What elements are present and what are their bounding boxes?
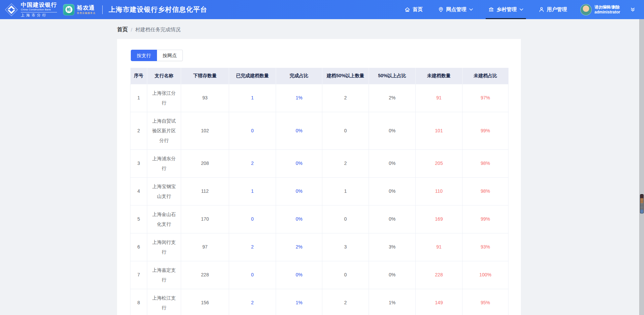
user-display-name: 请勿编辑/删除	[594, 5, 620, 10]
chevron-down-icon	[469, 8, 473, 11]
done-cell[interactable]: 2	[229, 149, 276, 177]
over50-pct-cell: 0%	[369, 205, 416, 233]
total-cell: 228	[181, 261, 229, 289]
no-cell: 1	[130, 84, 147, 112]
not-done-pct-cell[interactable]: 95%	[463, 289, 508, 315]
yunongtong-badge: 裕	[65, 6, 72, 13]
not-done-cell[interactable]: 91	[416, 233, 463, 261]
breadcrumb-separator: /	[131, 27, 132, 33]
app-header: 中国建设银行 China Construction Bank 上海市分行 裕 裕…	[0, 0, 644, 19]
branch-name-cell: 上海宝钢宝山支行	[147, 177, 181, 205]
no-cell: 2	[130, 112, 147, 149]
tab-by-branch[interactable]: 按支行	[131, 50, 157, 61]
no-cell: 5	[130, 205, 147, 233]
chevron-down-icon	[520, 8, 523, 11]
done-pct-cell[interactable]: 0%	[276, 261, 322, 289]
not-done-cell[interactable]: 169	[416, 205, 463, 233]
nav-item-user-management[interactable]: 用户管理	[539, 0, 567, 19]
yunongtong-name: 裕农通	[77, 5, 96, 11]
yunongtong-slogan: 普惠金融服务点	[77, 12, 96, 14]
column-header-1: 支行名称	[147, 68, 181, 84]
done-pct-cell[interactable]: 0%	[276, 149, 322, 177]
column-header-2: 下辖存数量	[181, 68, 229, 84]
not-done-pct-cell[interactable]: 99%	[463, 112, 508, 149]
not-done-cell[interactable]: 149	[416, 289, 463, 315]
done-cell[interactable]: 2	[229, 233, 276, 261]
over50-cell: 0	[322, 261, 369, 289]
not-done-pct-cell[interactable]: 100%	[463, 261, 508, 289]
tab-by-outlet[interactable]: 按网点	[157, 50, 183, 61]
over50-cell: 2	[322, 289, 369, 315]
total-cell: 170	[181, 205, 229, 233]
bank-branch: 上海市分行	[21, 12, 57, 17]
no-cell: 4	[130, 177, 147, 205]
total-cell: 97	[181, 233, 229, 261]
page-scrollbar[interactable]	[639, 0, 644, 315]
done-pct-cell[interactable]: 0%	[276, 177, 322, 205]
column-header-5: 建档50%以上数量	[322, 68, 369, 84]
not-done-pct-cell[interactable]: 93%	[463, 233, 508, 261]
home-icon	[405, 7, 410, 12]
over50-cell: 3	[322, 233, 369, 261]
branch-name-cell: 上海闵行支行	[147, 233, 181, 261]
done-pct-cell[interactable]: 0%	[276, 112, 322, 149]
over50-pct-cell: 2%	[369, 84, 416, 112]
not-done-pct-cell[interactable]: 98%	[463, 149, 508, 177]
not-done-cell[interactable]: 91	[416, 84, 463, 112]
breadcrumb-current: 村建档任务完成情况	[135, 27, 180, 33]
nav-item-branch-management[interactable]: 网点管理	[438, 0, 473, 19]
total-cell: 156	[181, 289, 229, 315]
not-done-cell[interactable]: 205	[416, 149, 463, 177]
branch-name-cell: 上海金山石化支行	[147, 205, 181, 233]
user-menu[interactable]: 请勿编辑/删除 administrator	[580, 4, 620, 15]
total-cell: 93	[181, 84, 229, 112]
total-cell: 112	[181, 177, 229, 205]
done-cell[interactable]: 0	[229, 205, 276, 233]
column-header-0: 序号	[130, 68, 147, 84]
table-row: 4上海宝钢宝山支行11210%10%11098%	[130, 177, 508, 205]
table-body: 1上海张江分行9311%22%9197%2上海自贸试验区新片区分行10200%0…	[130, 84, 508, 315]
done-cell[interactable]: 0	[229, 261, 276, 289]
scrollbar-thumb[interactable]	[640, 194, 644, 214]
table-row: 5上海金山石化支行17000%00%16999%	[130, 205, 508, 233]
over50-pct-cell: 0%	[369, 112, 416, 149]
table-head: 序号支行名称下辖存数量已完成建档数量完成占比建档50%以上数量50%以上占比未建…	[130, 68, 508, 84]
no-cell: 8	[130, 289, 147, 315]
column-header-4: 完成占比	[276, 68, 322, 84]
nav-item-home[interactable]: 首页	[405, 0, 423, 19]
user-username: administrator	[594, 10, 620, 15]
over50-pct-cell: 0%	[369, 149, 416, 177]
user-icon	[539, 7, 544, 12]
top-navigation: 首页 网点管理 乡村管理 用户管理 请勿编辑/删除	[389, 0, 635, 19]
total-cell: 102	[181, 112, 229, 149]
table-row: 1上海张江分行9311%22%9197%	[130, 84, 508, 112]
location-pin-icon	[438, 7, 444, 12]
header-divider	[102, 5, 103, 14]
no-cell: 7	[130, 261, 147, 289]
over50-pct-cell: 3%	[369, 233, 416, 261]
done-cell[interactable]: 0	[229, 112, 276, 149]
done-pct-cell[interactable]: 1%	[276, 84, 322, 112]
not-done-pct-cell[interactable]: 97%	[463, 84, 508, 112]
not-done-pct-cell[interactable]: 98%	[463, 177, 508, 205]
done-pct-cell[interactable]: 0%	[276, 205, 322, 233]
not-done-cell[interactable]: 228	[416, 261, 463, 289]
branch-name-cell: 上海嘉定支行	[147, 261, 181, 289]
bank-name: 中国建设银行	[21, 2, 57, 8]
done-pct-cell[interactable]: 1%	[276, 289, 322, 315]
done-cell[interactable]: 1	[229, 84, 276, 112]
not-done-pct-cell[interactable]: 99%	[463, 205, 508, 233]
village-icon	[488, 7, 494, 12]
breadcrumb-home[interactable]: 首页	[117, 26, 128, 33]
done-cell[interactable]: 1	[229, 177, 276, 205]
over50-pct-cell: 1%	[369, 289, 416, 315]
double-chevron-down-icon[interactable]	[630, 7, 635, 12]
view-tabs: 按支行 按网点	[131, 50, 521, 61]
done-cell[interactable]: 2	[229, 289, 276, 315]
not-done-cell[interactable]: 110	[416, 177, 463, 205]
nav-item-village-management[interactable]: 乡村管理	[488, 0, 523, 19]
over50-cell: 2	[322, 84, 369, 112]
not-done-cell[interactable]: 101	[416, 112, 463, 149]
done-pct-cell[interactable]: 2%	[276, 233, 322, 261]
branch-name-cell: 上海张江分行	[147, 84, 181, 112]
